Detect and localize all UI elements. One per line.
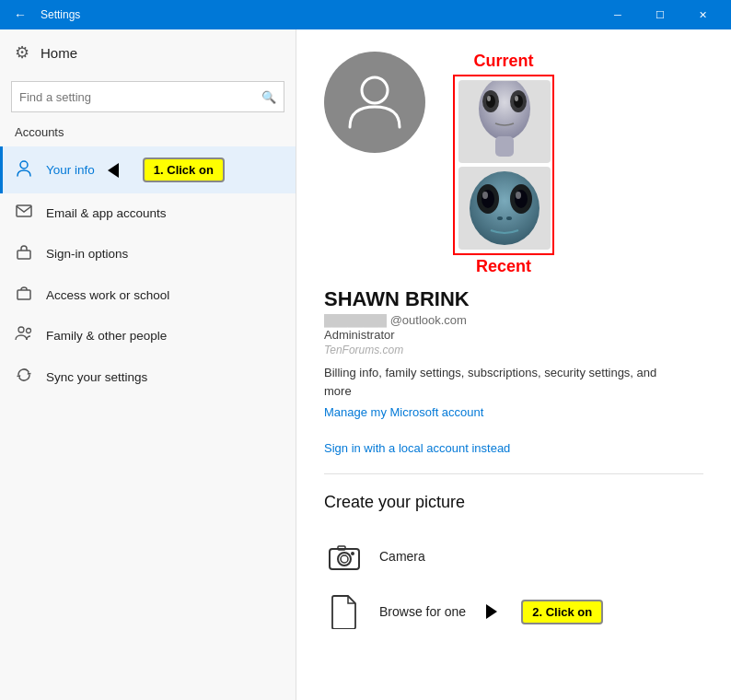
family-label: Family & other people — [46, 329, 167, 343]
svg-point-23 — [506, 216, 512, 220]
close-button[interactable]: ✕ — [681, 0, 724, 29]
search-box: 🔍 — [11, 81, 284, 112]
pictures-box — [453, 75, 554, 255]
sidebar-item-your-info[interactable]: Your info 1. Click on — [0, 146, 296, 193]
window-title: Settings — [33, 8, 597, 21]
svg-point-12 — [487, 96, 491, 101]
accounts-section-title: Accounts — [0, 122, 296, 146]
profile-avatar — [324, 52, 425, 153]
sidebar-item-home[interactable]: ⚙ Home — [0, 29, 296, 76]
camera-label: Camera — [379, 549, 425, 564]
section-divider — [324, 473, 703, 474]
svg-point-5 — [27, 329, 31, 333]
profile-area: Current — [324, 52, 703, 276]
svg-point-25 — [338, 553, 351, 566]
app-body: ⚙ Home 🔍 Accounts Your info 1. Click on — [0, 29, 731, 700]
arrow-right-icon — [486, 604, 497, 619]
profile-pictures-area: Current — [453, 52, 554, 276]
svg-point-28 — [351, 552, 354, 555]
svg-point-4 — [18, 327, 24, 332]
recent-picture[interactable] — [458, 167, 551, 250]
user-info: SHAWN BRINK ████████ @outlook.com Admini… — [324, 287, 703, 455]
browse-option[interactable]: Browse for one 2. Click on — [324, 584, 703, 639]
svg-rect-1 — [17, 205, 31, 216]
svg-point-13 — [515, 96, 518, 101]
create-picture-title: Create your picture — [324, 493, 703, 512]
your-info-icon — [15, 160, 33, 181]
current-picture[interactable] — [458, 80, 551, 163]
home-label: Home — [41, 45, 77, 61]
signin-icon — [15, 243, 33, 263]
browse-icon — [324, 591, 365, 632]
click-badge-2: 2. Click on — [521, 600, 603, 624]
back-button[interactable]: ← — [7, 2, 33, 28]
sync-label: Sync your settings — [46, 370, 147, 384]
svg-rect-3 — [17, 290, 30, 299]
current-label: Current — [453, 52, 554, 71]
work-icon — [15, 286, 33, 304]
browse-label: Browse for one — [379, 604, 466, 619]
click-badge-1: 1. Click on — [143, 158, 225, 182]
main-content: Current — [296, 29, 731, 700]
signin-local-link[interactable]: Sign in with a local account instead — [324, 441, 703, 455]
your-info-label: Your info — [46, 163, 95, 177]
sidebar-item-sync[interactable]: Sync your settings — [0, 356, 296, 398]
camera-option[interactable]: Camera — [324, 529, 703, 584]
user-description: Billing info, family settings, subscript… — [324, 364, 674, 400]
family-icon — [15, 326, 33, 344]
email-icon — [15, 204, 33, 221]
title-bar: ← Settings ─ ☐ ✕ — [0, 0, 731, 29]
svg-point-26 — [341, 555, 348, 563]
manage-account-link[interactable]: Manage my Microsoft account — [324, 405, 703, 419]
home-icon: ⚙ — [15, 42, 29, 63]
maximize-button[interactable]: ☐ — [639, 0, 681, 29]
svg-point-6 — [362, 77, 388, 103]
svg-point-22 — [497, 216, 503, 220]
watermark: TenForums.com — [324, 344, 703, 356]
signin-label: Sign-in options — [46, 247, 128, 261]
user-name: SHAWN BRINK — [324, 287, 703, 311]
sidebar-item-family[interactable]: Family & other people — [0, 315, 296, 356]
sidebar-item-signin[interactable]: Sign-in options — [0, 232, 296, 274]
svg-rect-2 — [17, 251, 30, 259]
back-icon: ← — [14, 7, 27, 22]
recent-label: Recent — [453, 257, 554, 276]
svg-point-20 — [482, 192, 488, 199]
arrow-left-icon — [108, 163, 119, 178]
sidebar-item-work[interactable]: Access work or school — [0, 274, 296, 315]
work-label: Access work or school — [46, 288, 169, 302]
search-icon: 🔍 — [261, 90, 276, 104]
camera-icon — [324, 536, 365, 577]
window-controls: ─ ☐ ✕ — [597, 0, 724, 29]
sidebar: ⚙ Home 🔍 Accounts Your info 1. Click on — [0, 29, 296, 700]
svg-rect-14 — [495, 136, 514, 157]
minimize-button[interactable]: ─ — [597, 0, 639, 29]
user-email: ████████ @outlook.com — [324, 313, 703, 327]
sync-icon — [15, 367, 33, 387]
user-role: Administrator — [324, 328, 703, 342]
email-label: Email & app accounts — [46, 206, 167, 220]
svg-point-0 — [20, 161, 28, 169]
sidebar-item-email[interactable]: Email & app accounts — [0, 193, 296, 232]
search-input[interactable] — [19, 90, 261, 104]
svg-point-21 — [516, 192, 521, 199]
